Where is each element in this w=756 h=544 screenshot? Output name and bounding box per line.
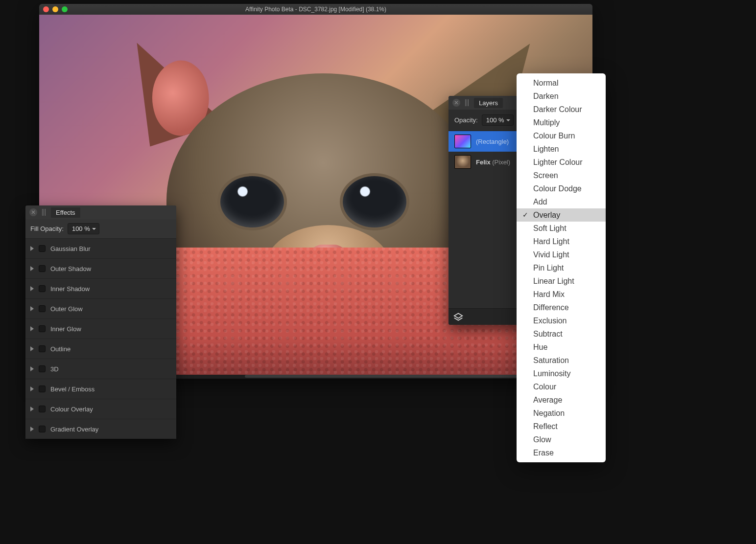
- zoom-window-button[interactable]: [62, 6, 68, 12]
- titlebar[interactable]: Affinity Photo Beta - DSC_3782.jpg [Modi…: [39, 4, 592, 15]
- effect-row[interactable]: Outline: [25, 339, 176, 359]
- svg-marker-0: [454, 313, 463, 318]
- blend-mode-item[interactable]: Lighten: [517, 142, 606, 156]
- opacity-dropdown[interactable]: 100 %: [482, 114, 514, 126]
- effect-checkbox[interactable]: [39, 426, 46, 432]
- blend-mode-item[interactable]: Erase: [517, 446, 606, 459]
- effects-panel: ✕ Effects Fill Opacity: 100 % Gaussian B…: [25, 205, 176, 439]
- effect-row[interactable]: Gaussian Blur: [25, 238, 176, 258]
- effect-label: 3D: [50, 365, 59, 373]
- blend-mode-item[interactable]: Lighter Colour: [517, 156, 606, 169]
- blend-mode-item[interactable]: Colour: [517, 380, 606, 393]
- blend-mode-item[interactable]: Hard Mix: [517, 288, 606, 301]
- blend-mode-item[interactable]: Saturation: [517, 354, 606, 367]
- disclosure-triangle-icon[interactable]: [30, 306, 34, 311]
- blend-mode-item[interactable]: Hue: [517, 340, 606, 354]
- minimize-window-button[interactable]: [52, 6, 58, 12]
- disclosure-triangle-icon[interactable]: [30, 246, 34, 251]
- effect-label: Outline: [50, 345, 71, 353]
- disclosure-triangle-icon[interactable]: [30, 266, 34, 271]
- blend-mode-item[interactable]: Screen: [517, 169, 606, 182]
- blend-mode-item[interactable]: Hard Light: [517, 235, 606, 248]
- layer-thumbnail[interactable]: [454, 135, 471, 148]
- close-icon[interactable]: ✕: [452, 99, 460, 107]
- drag-handle-icon[interactable]: [465, 99, 469, 106]
- opacity-label: Opacity:: [454, 116, 478, 124]
- effect-checkbox[interactable]: [39, 406, 46, 412]
- blend-mode-item[interactable]: Add: [517, 195, 606, 208]
- drag-handle-icon[interactable]: [42, 209, 46, 216]
- effect-row[interactable]: 3D: [25, 359, 176, 379]
- blend-mode-item[interactable]: Luminosity: [517, 367, 606, 380]
- effect-checkbox[interactable]: [39, 385, 46, 392]
- close-window-button[interactable]: [43, 6, 49, 12]
- layers-tab[interactable]: Layers: [474, 98, 503, 108]
- effect-label: Gradient Overlay: [50, 426, 98, 433]
- layer-thumbnail[interactable]: [454, 155, 471, 169]
- blend-mode-item[interactable]: Exclusion: [517, 314, 606, 327]
- blend-mode-item[interactable]: Glow: [517, 433, 606, 446]
- disclosure-triangle-icon[interactable]: [30, 427, 34, 431]
- blend-mode-item[interactable]: Multiply: [517, 116, 606, 129]
- effect-checkbox[interactable]: [39, 365, 46, 372]
- effects-list: Gaussian BlurOuter ShadowInner ShadowOut…: [25, 238, 176, 439]
- effect-label: Inner Shadow: [50, 285, 90, 293]
- blend-mode-item[interactable]: Colour Burn: [517, 129, 606, 142]
- effects-panel-header[interactable]: ✕ Effects: [25, 205, 176, 219]
- fill-opacity-label: Fill Opacity:: [30, 225, 64, 232]
- layer-name: Felix (Pixel): [476, 159, 510, 166]
- window-controls: [43, 6, 68, 12]
- effect-label: Colour Overlay: [50, 406, 93, 413]
- effect-label: Inner Glow: [50, 325, 81, 333]
- blend-mode-item[interactable]: Reflect: [517, 420, 606, 433]
- effect-row[interactable]: Outer Shadow: [25, 258, 176, 278]
- effect-label: Outer Shadow: [50, 265, 91, 272]
- effect-row[interactable]: Gradient Overlay: [25, 419, 176, 439]
- layer-name: (Rectangle): [476, 138, 509, 145]
- effect-row[interactable]: Bevel / Emboss: [25, 379, 176, 399]
- blend-mode-item[interactable]: Average: [517, 393, 606, 407]
- blend-mode-item[interactable]: Negation: [517, 407, 606, 420]
- blend-mode-item[interactable]: Darker Colour: [517, 103, 606, 116]
- blend-mode-item[interactable]: Overlay: [517, 208, 606, 222]
- fill-opacity-dropdown[interactable]: 100 %: [68, 223, 99, 234]
- disclosure-triangle-icon[interactable]: [30, 326, 34, 331]
- blend-mode-item[interactable]: Difference: [517, 301, 606, 314]
- blend-mode-item[interactable]: Darken: [517, 90, 606, 103]
- effect-checkbox[interactable]: [39, 265, 46, 272]
- effect-label: Outer Glow: [50, 305, 83, 313]
- effect-row[interactable]: Inner Glow: [25, 318, 176, 339]
- effect-checkbox[interactable]: [39, 305, 46, 312]
- blend-mode-item[interactable]: Linear Light: [517, 274, 606, 288]
- effect-checkbox[interactable]: [39, 245, 46, 252]
- effects-fill-opacity-row: Fill Opacity: 100 %: [25, 219, 176, 238]
- window-title: Affinity Photo Beta - DSC_3782.jpg [Modi…: [39, 6, 592, 13]
- effect-row[interactable]: Inner Shadow: [25, 278, 176, 298]
- disclosure-triangle-icon[interactable]: [30, 286, 34, 291]
- effects-tab[interactable]: Effects: [51, 207, 80, 218]
- blend-mode-item[interactable]: Pin Light: [517, 261, 606, 274]
- blend-mode-item[interactable]: Colour Dodge: [517, 182, 606, 195]
- effect-checkbox[interactable]: [39, 285, 46, 292]
- blend-mode-item[interactable]: Subtract: [517, 327, 606, 340]
- close-icon[interactable]: ✕: [29, 208, 37, 216]
- effect-row[interactable]: Outer Glow: [25, 298, 176, 318]
- blend-mode-menu: NormalDarkenDarker ColourMultiplyColour …: [517, 73, 606, 462]
- effect-label: Bevel / Emboss: [50, 385, 94, 393]
- layers-stack-icon[interactable]: [453, 312, 463, 322]
- effect-row[interactable]: Colour Overlay: [25, 399, 176, 419]
- effect-checkbox[interactable]: [39, 325, 46, 332]
- effect-label: Gaussian Blur: [50, 245, 91, 252]
- effect-checkbox[interactable]: [39, 345, 46, 352]
- disclosure-triangle-icon[interactable]: [30, 407, 34, 411]
- horizontal-scrollbar[interactable]: [245, 375, 558, 378]
- blend-mode-item[interactable]: Normal: [517, 76, 606, 90]
- disclosure-triangle-icon[interactable]: [30, 366, 34, 371]
- disclosure-triangle-icon[interactable]: [30, 346, 34, 351]
- blend-mode-item[interactable]: Soft Light: [517, 222, 606, 235]
- disclosure-triangle-icon[interactable]: [30, 386, 34, 391]
- blend-mode-item[interactable]: Vivid Light: [517, 248, 606, 261]
